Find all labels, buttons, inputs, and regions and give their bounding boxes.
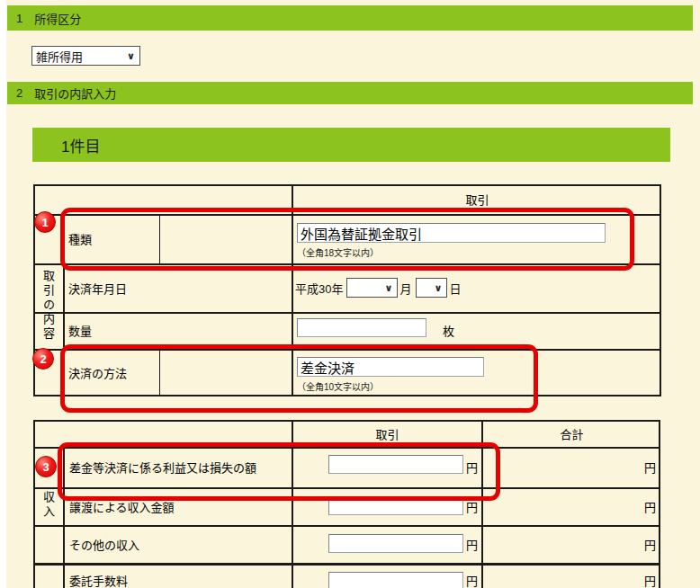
- section-number: 1: [16, 12, 22, 25]
- month-suffix-label: 月: [399, 280, 411, 297]
- column-header-transaction: 取引: [293, 184, 661, 214]
- yen-unit-label: 円: [292, 525, 478, 563]
- settlement-method-input[interactable]: [297, 357, 484, 377]
- section-title: 所得区分: [34, 10, 81, 27]
- entry-header: 1件目: [32, 128, 670, 162]
- row-label-profit-loss: 差金等決済に係る利益又は損失の額: [69, 447, 291, 487]
- chevron-down-icon: ∨: [385, 282, 393, 294]
- row-label-quantity: 数量: [68, 312, 284, 349]
- chevron-down-icon: ∨: [127, 50, 135, 62]
- left-margin-strip: [0, 0, 6, 588]
- section-title: 取引の内訳入力: [34, 85, 116, 102]
- yen-unit-label: 円: [481, 487, 656, 525]
- settlement-month-select[interactable]: ∨: [346, 278, 398, 298]
- table-border-line: [159, 349, 160, 396]
- yen-unit-label: 円: [481, 447, 656, 487]
- settlement-method-input-hint: （全角10文字以内）: [297, 379, 379, 393]
- yen-unit-label: 円: [292, 447, 478, 487]
- quantity-unit-label: 枚: [443, 312, 479, 349]
- row-label-commission: 委託手数料: [69, 564, 291, 588]
- chevron-down-icon: ∨: [435, 282, 443, 294]
- settlement-date-controls: 平成30年 ∨ 月 ∨ 日: [295, 265, 637, 310]
- row-label-type: 種類: [68, 214, 158, 263]
- type-input-hint: （全角18文字以内）: [297, 245, 379, 259]
- column-header-total: 合計: [483, 420, 660, 447]
- column-header-transaction: 取引: [293, 420, 481, 447]
- type-input[interactable]: [297, 223, 606, 243]
- income-category-value: 雑所得用: [36, 48, 83, 65]
- income-category-select[interactable]: 雑所得用 ∨: [31, 46, 140, 66]
- table-border-line: [63, 214, 65, 396]
- table-border-line: [63, 447, 65, 588]
- row-group-label-income: 収入: [33, 447, 63, 564]
- table-border-line: [292, 184, 293, 396]
- entry-header-title: 1件目: [61, 134, 100, 156]
- yen-unit-label: 円: [292, 487, 478, 525]
- row-label-settlement-date: 決済年月日: [68, 263, 284, 312]
- table-border-line: [159, 214, 160, 263]
- era-year-label: 平成30年: [295, 280, 343, 297]
- yen-unit-label: 円: [481, 564, 656, 588]
- day-suffix-label: 日: [449, 280, 461, 297]
- quantity-input[interactable]: [297, 318, 426, 337]
- row-label-transfer-income: 譲渡による収入金額: [69, 487, 291, 525]
- section-number: 2: [16, 86, 22, 100]
- page: 1 所得区分 雑所得用 ∨ 2 取引の内訳入力 1件目 取引 取引の内容 種類 …: [0, 0, 700, 588]
- settlement-day-select[interactable]: ∨: [416, 278, 447, 298]
- row-label-settlement-method: 決済の方法: [68, 349, 158, 396]
- section-header-transaction-details: 2 取引の内訳入力: [7, 82, 693, 104]
- row-group-label-transaction-content: 取引の内容: [33, 214, 63, 396]
- yen-unit-label: 円: [292, 564, 478, 588]
- yen-unit-label: 円: [481, 525, 656, 563]
- row-label-other-income: その他の収入: [69, 525, 291, 563]
- section-header-income-category: 1 所得区分: [7, 5, 693, 31]
